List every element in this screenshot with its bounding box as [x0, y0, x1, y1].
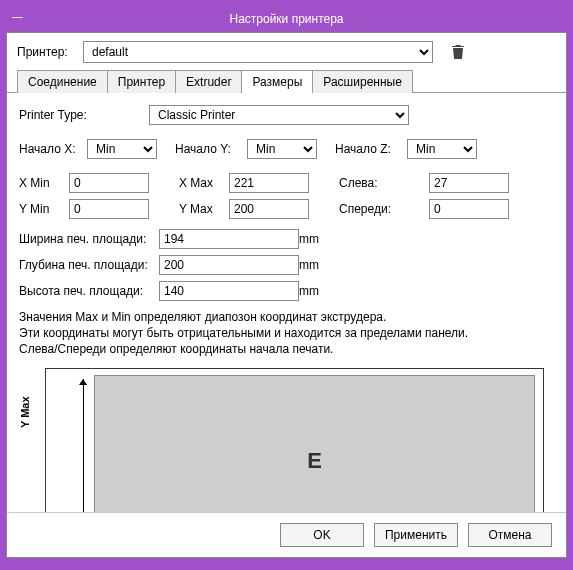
- diagram-frame: E: [45, 368, 544, 512]
- info-text: Значения Max и Min определяют диапозон к…: [19, 309, 554, 358]
- origin-x-select[interactable]: Min: [87, 139, 157, 159]
- tab-bar: Соединение Принтер Extruder Размеры Расш…: [7, 69, 566, 93]
- front-input[interactable]: [429, 199, 509, 219]
- height-label: Высота печ. площади:: [19, 284, 159, 298]
- height-unit: mm: [299, 284, 359, 298]
- title-bar: — Настройки принтера: [6, 6, 567, 32]
- diagram-y-arrow: [80, 379, 88, 512]
- diagram-bed: E: [94, 375, 535, 512]
- width-label: Ширина печ. площади:: [19, 232, 159, 246]
- depth-label: Глубина печ. площади:: [19, 258, 159, 272]
- width-input[interactable]: [159, 229, 299, 249]
- origin-y-select[interactable]: Min: [247, 139, 317, 159]
- depth-input[interactable]: [159, 255, 299, 275]
- xmin-input[interactable]: [69, 173, 149, 193]
- printer-select[interactable]: default: [83, 41, 433, 63]
- ymin-label: Y Min: [19, 202, 69, 216]
- bed-diagram: Y Max E 0: [19, 368, 554, 512]
- tab-dimensions[interactable]: Размеры: [241, 70, 313, 93]
- left-input[interactable]: [429, 173, 509, 193]
- ok-button[interactable]: OK: [280, 523, 364, 547]
- front-label: Спереди:: [339, 202, 409, 216]
- apply-button[interactable]: Применить: [374, 523, 458, 547]
- delete-printer-button[interactable]: [449, 43, 467, 61]
- cancel-button[interactable]: Отмена: [468, 523, 552, 547]
- minimize-icon[interactable]: —: [12, 10, 30, 24]
- diagram-ymax-label: Y Max: [19, 396, 31, 428]
- xmin-label: X Min: [19, 176, 69, 190]
- origin-x-label: Начало X:: [19, 142, 81, 156]
- origin-z-select[interactable]: Min: [407, 139, 477, 159]
- left-label: Слева:: [339, 176, 409, 190]
- tab-extruder[interactable]: Extruder: [175, 70, 242, 93]
- tab-printer[interactable]: Принтер: [107, 70, 176, 93]
- ymax-label: Y Max: [179, 202, 229, 216]
- xmax-input[interactable]: [229, 173, 309, 193]
- window-title: Настройки принтера: [229, 12, 343, 26]
- tab-connection[interactable]: Соединение: [17, 70, 108, 93]
- xmax-label: X Max: [179, 176, 229, 190]
- trash-icon: [451, 44, 465, 60]
- height-input[interactable]: [159, 281, 299, 301]
- width-unit: mm: [299, 232, 359, 246]
- depth-unit: mm: [299, 258, 359, 272]
- printer-label: Принтер:: [17, 45, 77, 59]
- tab-advanced[interactable]: Расширенные: [312, 70, 413, 93]
- ymax-input[interactable]: [229, 199, 309, 219]
- origin-z-label: Начало Z:: [335, 142, 401, 156]
- printer-type-select[interactable]: Classic Printer: [149, 105, 409, 125]
- printer-type-label: Printer Type:: [19, 108, 149, 122]
- diagram-extruder-label: E: [307, 448, 322, 474]
- origin-y-label: Начало Y:: [175, 142, 241, 156]
- ymin-input[interactable]: [69, 199, 149, 219]
